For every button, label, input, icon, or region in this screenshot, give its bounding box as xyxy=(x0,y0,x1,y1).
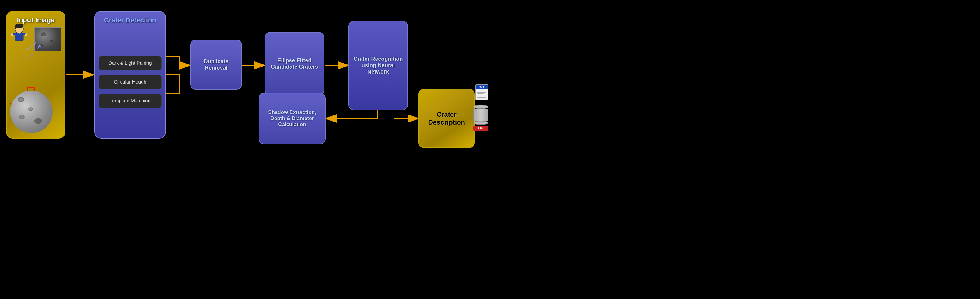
txt-label: TXT xyxy=(476,85,488,89)
shadow-extraction-title: Shadow Extraction, Depth & Diameter Calc… xyxy=(259,109,325,128)
arrows-overlay xyxy=(0,0,490,150)
circular-hough-method: Circular Hough xyxy=(99,75,162,89)
duplicate-removal-box: Duplicate Removal xyxy=(190,40,242,90)
svg-marker-28 xyxy=(38,44,42,47)
crater-description-box: Crater Description xyxy=(418,89,475,148)
txt-file-icon: TXT xyxy=(476,84,489,101)
ellipse-fitted-box: Ellipse Fitted Candidate Craters xyxy=(265,32,324,96)
svg-rect-17 xyxy=(15,26,16,30)
db-icon: DB xyxy=(473,105,488,131)
dark-light-method: Dark & Light Pairing xyxy=(99,56,162,71)
ellipse-fitted-title: Ellipse Fitted Candidate Craters xyxy=(266,57,323,70)
crater-recognition-box: Crater Recognition using Neural Network xyxy=(348,21,408,110)
person-icon xyxy=(10,24,28,45)
crater-description-title: Crater Description xyxy=(419,111,474,127)
crater-recognition-title: Crater Recognition using Neural Network xyxy=(349,56,407,75)
detection-methods: Dark & Light Pairing Circular Hough Temp… xyxy=(99,30,162,134)
input-image-title: Input Image xyxy=(17,16,54,24)
moon-graphic xyxy=(10,90,52,133)
crater-detection-box: Crater Detection Dark & Light Pairing Ci… xyxy=(94,11,166,139)
db-label: DB xyxy=(473,126,488,131)
diagram-container: Input Image xyxy=(0,0,490,150)
svg-point-23 xyxy=(25,33,27,36)
crater-detection-title: Crater Detection xyxy=(104,16,156,24)
shadow-extraction-box: Shadow Extraction, Depth & Diameter Calc… xyxy=(259,93,326,144)
input-image-box: Input Image xyxy=(6,11,65,139)
svg-point-22 xyxy=(11,33,13,36)
duplicate-removal-title: Duplicate Removal xyxy=(191,59,241,71)
download-arrow xyxy=(24,44,45,62)
template-matching-method: Template Matching xyxy=(99,93,162,108)
